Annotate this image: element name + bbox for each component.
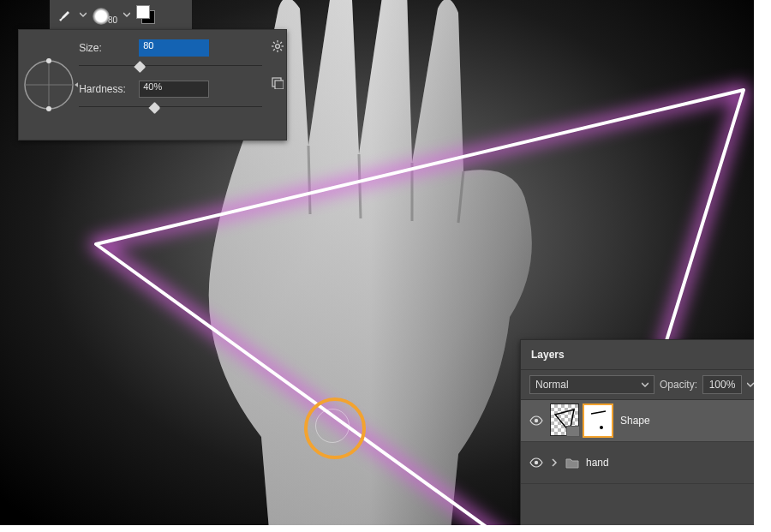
svg-rect-16 (275, 81, 284, 89)
layers-panel: Layers Normal Opacity: 100% (520, 339, 754, 525)
size-label: Size: (79, 42, 132, 54)
layers-panel-title: Layers (531, 349, 565, 361)
layer-row-shape[interactable]: Shape (521, 400, 754, 442)
canvas[interactable]: 80 Size: (0, 0, 754, 525)
brush-options-bar: 80 (50, 0, 192, 29)
visibility-toggle-icon[interactable] (529, 414, 543, 427)
gear-icon[interactable] (272, 40, 284, 55)
chevron-down-icon[interactable] (79, 10, 87, 19)
svg-line-13 (273, 49, 275, 51)
layer-name[interactable]: Shape (620, 415, 650, 427)
svg-point-17 (535, 419, 538, 422)
svg-point-18 (600, 426, 603, 429)
brush-size-small-label: 80 (108, 15, 117, 25)
size-slider[interactable] (79, 59, 262, 73)
hardness-slider[interactable] (79, 100, 262, 114)
layer-thumbnail[interactable] (550, 403, 579, 436)
opacity-input[interactable]: 100% (702, 375, 742, 394)
chevron-right-icon[interactable] (550, 458, 559, 467)
svg-point-5 (46, 106, 51, 111)
svg-line-12 (280, 49, 282, 51)
blend-mode-select[interactable]: Normal (529, 375, 654, 394)
svg-point-4 (46, 58, 51, 63)
svg-line-14 (280, 42, 282, 44)
brush-settings-panel: Size: 80 Hardness: 40% (18, 29, 287, 140)
smart-object-badge-icon (566, 426, 580, 437)
visibility-toggle-icon[interactable] (529, 456, 543, 469)
chevron-down-icon[interactable] (123, 10, 131, 19)
layer-mask-thumbnail[interactable] (583, 403, 613, 438)
brush-icon[interactable] (55, 5, 74, 24)
new-preset-icon[interactable] (272, 77, 284, 92)
svg-point-6 (276, 45, 280, 49)
svg-marker-3 (75, 81, 78, 88)
brush-angle-control[interactable] (19, 30, 79, 140)
blend-mode-value: Normal (535, 379, 569, 391)
folder-icon (565, 457, 579, 469)
svg-point-19 (535, 461, 538, 464)
svg-line-11 (273, 42, 275, 44)
opacity-label: Opacity: (660, 379, 697, 391)
hardness-label: Hardness: (79, 83, 132, 95)
color-swatch-swap[interactable] (136, 5, 155, 24)
chevron-down-icon[interactable] (747, 381, 754, 388)
brush-cursor-circle (315, 409, 350, 443)
chevron-down-icon (642, 381, 648, 388)
layer-row-hand[interactable]: hand (521, 442, 754, 484)
brush-cursor-highlight (304, 398, 366, 459)
hardness-input[interactable]: 40% (139, 81, 209, 98)
size-input[interactable]: 80 (139, 39, 209, 57)
layer-name[interactable]: hand (586, 457, 609, 469)
brush-preview-icon[interactable] (93, 8, 110, 25)
